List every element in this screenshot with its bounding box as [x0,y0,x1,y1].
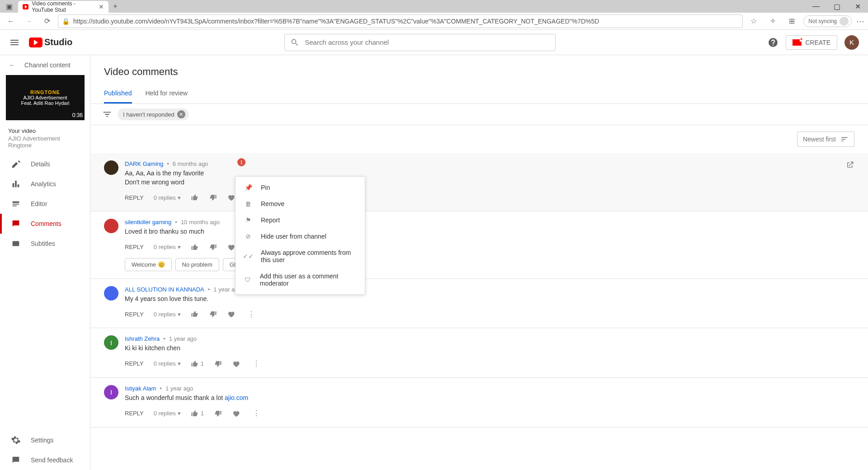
sync-button[interactable]: Not syncing [803,15,852,27]
collections-icon[interactable]: ✧ [765,14,780,28]
comments-icon [11,219,21,229]
comment-author[interactable]: silentkiller gaming [125,219,171,226]
heart-button[interactable] [227,193,235,202]
like-button[interactable] [191,193,199,202]
heart-button[interactable] [232,409,240,418]
replies-toggle[interactable]: 0 replies ▾ [154,410,181,417]
sidebar-item-details[interactable]: Details [0,154,90,174]
filter-icon[interactable] [102,109,112,119]
tab-close-icon[interactable]: ✕ [99,3,104,10]
nav-forward-button[interactable]: → [22,14,36,28]
sidebar-item-editor[interactable]: Editor [0,194,90,214]
menu-add-moderator[interactable]: 🛡Add this user as a comment moderator [236,268,365,291]
open-external-icon[interactable] [845,160,854,169]
nav-back-button[interactable]: ← [4,14,18,28]
reply-button[interactable]: REPLY [125,410,144,417]
sidebar-item-subtitles[interactable]: Subtitles [0,234,90,254]
quick-reply-chip[interactable]: Welcome 😊 [125,258,172,271]
favorite-icon[interactable]: ☆ [746,14,761,28]
replies-toggle[interactable]: 0 replies ▾ [154,311,181,318]
menu-hide-user[interactable]: ⊘Hide user from channel [236,228,365,244]
dislike-button[interactable] [209,310,217,318]
new-tab-button[interactable]: + [108,0,122,13]
like-button[interactable] [191,243,199,251]
window-close-button[interactable]: ✕ [847,0,868,13]
sidebar-item-feedback[interactable]: Send feedback [0,450,90,470]
menu-pin[interactable]: 📌Pin [236,179,365,196]
comment-row: ALL SOLUTION IN KANNADA • 1 year ago My … [90,279,868,329]
window-minimize-button[interactable]: — [806,0,826,13]
replies-toggle[interactable]: 0 replies ▾ [154,194,181,201]
heart-button[interactable] [227,243,235,251]
search-input[interactable] [305,38,550,46]
like-button[interactable]: 1 [191,409,204,418]
search-box[interactable] [284,34,556,51]
dislike-button[interactable] [214,360,222,368]
dislike-button[interactable] [209,243,217,251]
window-maximize-button[interactable]: ▢ [826,0,847,13]
replies-toggle[interactable]: 0 replies ▾ [154,360,181,367]
lock-icon: 🔒 [62,18,70,25]
more-options-button[interactable]: ⋮ [245,308,258,320]
commenter-avatar[interactable]: I [104,385,118,400]
browser-menu-icon[interactable]: ⋯ [856,16,864,26]
profile-avatar-icon [840,17,849,26]
sidebar-item-comments[interactable]: Comments [0,214,90,234]
dislike-button[interactable] [214,409,222,418]
reply-button[interactable]: REPLY [125,244,144,250]
like-button[interactable] [191,310,199,318]
back-label: Channel content [24,61,71,69]
tab-title: Video comments - YouTube Stud [32,0,94,13]
tab-published[interactable]: Published [104,84,132,103]
menu-remove[interactable]: 🗑Remove [236,196,365,212]
youtube-icon [29,38,42,47]
commenter-avatar[interactable] [104,219,118,233]
reply-button[interactable]: REPLY [125,194,144,201]
comment-text: Ki ki ki kitchen chen [125,344,854,353]
comment-text: Aa, Aa, Aa is the my favorite Don't me w… [125,169,854,187]
tab-held[interactable]: Held for review [146,84,188,103]
browser-tab[interactable]: Video comments - YouTube Stud ✕ [18,1,108,13]
more-options-button[interactable]: ⋮ [250,407,263,420]
studio-logo[interactable]: Studio [29,37,72,47]
help-icon[interactable] [768,37,778,48]
sidebar-item-settings[interactable]: Settings [0,430,90,450]
comment-time: 1 year ago [169,335,197,342]
video-thumbnail[interactable]: RINGTONE AJIO Advertisement Feat. Aditi … [6,75,85,120]
commenter-avatar[interactable]: I [104,335,118,350]
reply-button[interactable]: REPLY [125,311,144,318]
replies-toggle[interactable]: 0 replies ▾ [154,244,181,250]
back-to-channel[interactable]: ← Channel content [0,55,90,75]
commenter-avatar[interactable] [104,160,118,175]
menu-icon[interactable] [9,37,20,48]
comment-author[interactable]: ALL SOLUTION IN KANNADA [125,286,204,293]
search-icon [290,38,299,47]
dislike-button[interactable] [209,193,217,202]
pin-icon: 📌 [244,184,253,191]
sort-icon [840,135,849,143]
create-button[interactable]: CREATE [786,35,837,50]
heart-button[interactable] [227,310,235,318]
comment-author[interactable]: Ishrath Zehra [125,335,160,342]
more-options-button[interactable]: ⋮ [250,357,263,370]
create-label: CREATE [805,39,830,46]
heart-button[interactable] [232,360,240,368]
comment-author[interactable]: Istiyak Alam [125,385,156,392]
comment-author[interactable]: DARK Gaming [125,160,163,167]
commenter-avatar[interactable] [104,286,118,301]
reply-button[interactable]: REPLY [125,360,144,367]
sidebar-item-analytics[interactable]: Analytics [0,174,90,194]
account-avatar[interactable]: K [844,35,859,50]
menu-always-approve[interactable]: ✓✓Always approve comments from this user [236,244,365,268]
chip-remove-icon[interactable]: ✕ [177,110,185,118]
extensions-icon[interactable]: ⊞ [784,14,799,28]
quick-reply-chip[interactable]: No problem [175,258,219,271]
sort-button[interactable]: Newest first [797,132,854,147]
subtitles-icon [11,239,21,249]
menu-report[interactable]: ⚑Report [236,212,365,228]
like-button[interactable]: 1 [191,360,204,368]
comment-link[interactable]: ajio.com [225,394,248,401]
address-bar[interactable]: 🔒 https://studio.youtube.com/video/nYvT9… [58,14,743,28]
filter-chip[interactable]: I haven't responded ✕ [118,108,189,120]
nav-refresh-button[interactable]: ⟳ [40,14,54,28]
